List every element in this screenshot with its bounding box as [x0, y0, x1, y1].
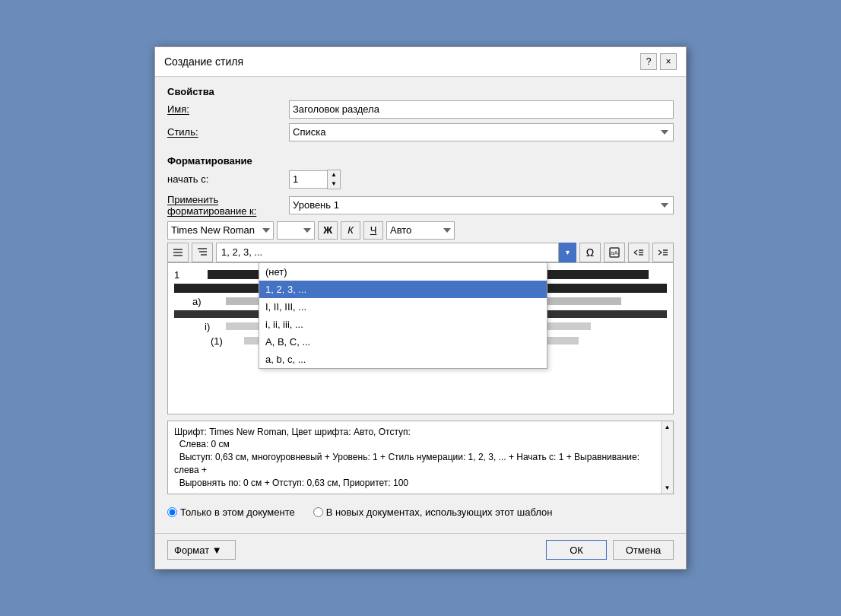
dialog-footer: Формат ▼ ОК Отмена	[155, 533, 686, 569]
apply-label: Применить форматирование к:	[167, 194, 289, 217]
radio-new-docs[interactable]: В новых документах, использующих этот ша…	[313, 506, 553, 518]
description-text: Шрифт: Times New Roman, Цвет шрифта: Авт…	[174, 426, 667, 490]
start-value-input[interactable]	[289, 170, 327, 189]
svg-text:aA: aA	[611, 249, 618, 256]
footer-right: ОК Отмена	[546, 540, 674, 560]
dropdown-item-none[interactable]: (нет)	[259, 263, 547, 281]
ok-button[interactable]: ОК	[546, 540, 607, 560]
preview-num-4: (1)	[211, 335, 241, 347]
size-select[interactable]	[277, 221, 315, 240]
name-row: Имя:	[167, 100, 674, 119]
dialog-title: Создание стиля	[164, 56, 243, 68]
start-spinner: ▲ ▼	[289, 170, 341, 189]
radio-new-docs-label: В новых документах, использующих этот ша…	[326, 506, 553, 518]
dropdown-item-abc-upper[interactable]: А, В, С, ...	[259, 333, 547, 351]
underline-button[interactable]: Ч	[363, 221, 383, 240]
dropdown-item-123[interactable]: 1, 2, 3, ...	[259, 281, 547, 298]
start-label: начать с:	[167, 173, 289, 185]
radio-row: Только в этом документе В новых документ…	[167, 506, 674, 518]
formatting-section: Форматирование начать с: ▲ ▼ Применить ф…	[167, 155, 674, 414]
spin-up-button[interactable]: ▲	[328, 170, 340, 179]
font-select[interactable]: Times New Roman	[167, 221, 274, 240]
scroll-up-arrow[interactable]: ▲	[662, 421, 673, 433]
start-row: начать с: ▲ ▼	[167, 170, 674, 189]
list-multi-btn[interactable]	[192, 243, 213, 262]
style-label: Стиль:	[167, 126, 289, 138]
color-select[interactable]: Авто	[386, 221, 455, 240]
indent-decrease-button[interactable]	[628, 243, 649, 262]
scroll-down-arrow[interactable]: ▼	[662, 482, 673, 494]
description-box: Шрифт: Times New Roman, Цвет шрифта: Авт…	[167, 421, 674, 495]
cancel-button[interactable]: Отмена	[613, 540, 674, 560]
dropdown-item-roman-upper[interactable]: I, II, III, ...	[259, 298, 547, 316]
bold-button[interactable]: Ж	[318, 221, 338, 240]
omega-button[interactable]: Ω	[579, 243, 601, 262]
name-label: Имя:	[167, 103, 289, 115]
svg-line-9	[634, 252, 637, 255]
preview-num-3: i)	[192, 321, 223, 332]
create-style-dialog: Создание стиля ? × Свойства Имя: Стиль: …	[154, 46, 687, 570]
properties-section: Свойства Имя: Стиль: Списка	[167, 86, 674, 146]
apply-select[interactable]: Уровень 1	[289, 196, 674, 214]
radio-this-doc-label: Только в этом документе	[180, 506, 295, 518]
radio-this-doc[interactable]: Только в этом документе	[167, 506, 295, 518]
format-dropdown-label: Формат ▼	[174, 545, 222, 556]
name-input[interactable]	[289, 100, 674, 119]
spin-buttons: ▲ ▼	[327, 170, 341, 189]
dialog-body: Свойства Имя: Стиль: Списка Форматирован…	[155, 77, 686, 534]
title-bar: Создание стиля ? ×	[155, 47, 686, 77]
numbering-toolbar: ▼ (нет) 1, 2, 3, ... I, II, III, ... i, …	[167, 243, 674, 262]
close-button[interactable]: ×	[660, 53, 677, 70]
italic-button[interactable]: К	[341, 221, 360, 240]
properties-section-label: Свойства	[167, 86, 674, 97]
footer-left: Формат ▼	[167, 540, 236, 560]
num-format-input[interactable]	[216, 243, 576, 262]
radio-this-doc-input[interactable]	[167, 507, 177, 517]
help-button[interactable]: ?	[640, 53, 657, 70]
preview-num-1: 1	[174, 269, 205, 281]
formatting-section-label: Форматирование	[167, 155, 674, 167]
spin-down-button[interactable]: ▼	[328, 179, 340, 189]
indent-increase-button[interactable]	[652, 243, 674, 262]
style-select[interactable]: Списка	[289, 123, 674, 141]
description-scrollbar: ▲ ▼	[661, 421, 673, 494]
svg-line-14	[659, 252, 662, 255]
format-dropdown-button[interactable]: Формат ▼	[167, 540, 236, 560]
dropdown-item-abc-lower[interactable]: a, b, c, ...	[259, 351, 547, 368]
preview-num-2: а)	[192, 296, 223, 307]
radio-new-docs-input[interactable]	[313, 507, 323, 517]
num-dropdown-button[interactable]: ▼	[558, 243, 576, 262]
num-format-container: ▼ (нет) 1, 2, 3, ... I, II, III, ... i, …	[216, 243, 576, 262]
apply-row: Применить форматирование к: Уровень 1	[167, 194, 674, 217]
special-char-button[interactable]: aA	[604, 243, 625, 262]
num-dropdown-overlay: (нет) 1, 2, 3, ... I, II, III, ... i, ii…	[259, 262, 547, 369]
style-row: Стиль: Списка	[167, 123, 674, 141]
title-bar-buttons: ? ×	[640, 53, 677, 70]
list-single-btn[interactable]	[167, 243, 189, 262]
dropdown-item-roman-lower[interactable]: i, ii, iii, ...	[259, 316, 547, 333]
font-toolbar: Times New Roman Ж К Ч Авто	[167, 221, 674, 240]
